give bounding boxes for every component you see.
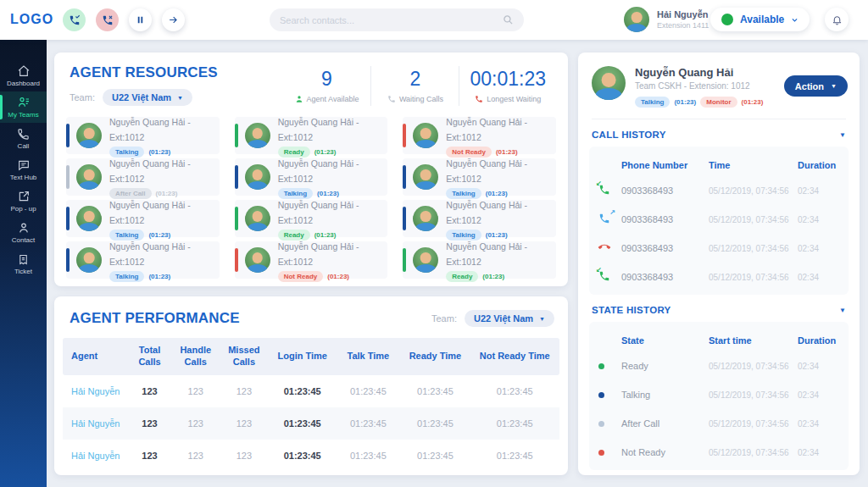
avatar <box>413 123 438 148</box>
phone-number: 0903368493 <box>621 243 709 253</box>
agent-link[interactable]: Hải Nguyễn <box>63 386 127 396</box>
answer-call-button[interactable] <box>63 8 86 31</box>
person-icon <box>17 221 31 235</box>
phone-number: 0903368493 <box>621 185 709 196</box>
bell-icon <box>832 14 843 25</box>
sidebar-item-popup[interactable]: Pop - up <box>0 185 47 217</box>
chat-icon <box>17 158 31 172</box>
sidebar-item-ticket[interactable]: Ticket <box>0 248 47 279</box>
pause-button[interactable] <box>129 8 152 31</box>
state-history-table: State Start time Duration Ready 05/12/20… <box>589 322 849 470</box>
agent-card[interactable]: Nguyễn Quang Hải - Ext:1012 Ready (01:23… <box>403 241 556 279</box>
resource-stats: 9 Agent Available 2 Waiting Calls 00:01:… <box>282 66 556 106</box>
status-time: (01:23) <box>482 273 504 280</box>
agent-card[interactable]: Nguyễn Quang Hải - Ext:1012 Talking (01:… <box>403 158 556 196</box>
agent-card[interactable]: Nguyễn Quang Hải - Ext:1012 Talking (01:… <box>66 117 220 154</box>
state-history-row: Talking 05/12/2019, 07:34:56 02:34 <box>596 380 842 409</box>
collapse-state-history-icon[interactable]: ▼ <box>839 307 846 314</box>
caret-down-icon: ▼ <box>177 95 183 101</box>
agent-name: Nguyễn Quang Hải - Ext:1012 <box>278 158 359 184</box>
status-dropdown[interactable]: Available <box>710 8 810 31</box>
call-history-table: Phone Number Time Duration ↙ ↗ <box>589 147 849 295</box>
status-time: (01:23) <box>327 273 349 280</box>
agent-performance-title: AGENT PERFORMANCE <box>70 310 240 327</box>
phone-number: 0903368493 <box>621 214 709 224</box>
agent-card[interactable]: Nguyễn Quang Hải - Ext:1012 Ready (01:23… <box>235 200 388 237</box>
team-label: Team: <box>70 92 95 102</box>
agent-card[interactable]: Nguyễn Quang Hải - Ext:1012 Not Ready (0… <box>403 117 556 154</box>
agent-detail-panel: Nguyễn Quang Hải Team CSKH - Extension: … <box>578 53 860 475</box>
state-history-header: State Start time Duration <box>596 329 842 351</box>
search-icon <box>503 14 514 25</box>
decline-call-button[interactable] <box>96 8 119 31</box>
state-history-row: Ready 05/12/2019, 07:34:56 02:34 <box>596 351 842 380</box>
arrow-right-icon <box>168 14 179 25</box>
agent-name: Nguyễn Quang Hải - Ext:1012 <box>446 117 527 142</box>
avatar <box>413 164 438 190</box>
agent-card[interactable]: Nguyễn Quang Hải - Ext:1012 Not Ready (0… <box>235 241 388 279</box>
call-time: 05/12/2019, 07:34:56 <box>709 273 798 282</box>
agent-card[interactable]: Nguyễn Quang Hải - Ext:1012 Talking (01:… <box>235 158 388 196</box>
table-row: Hải Nguyễn 123 123 123 01:23:45 01:23:45… <box>63 375 559 407</box>
sidebar-item-dashboard[interactable]: Dashboard <box>0 60 47 91</box>
avatar <box>245 164 270 190</box>
call-type-icon: ↙ ↗ <box>598 213 613 227</box>
phone-icon <box>17 128 30 141</box>
agent-name: Nguyễn Quang Hải - Ext:1012 <box>446 241 527 267</box>
search-bar <box>270 8 524 31</box>
agent-card[interactable]: Nguyễn Quang Hải - Ext:1012 Talking (01:… <box>66 200 220 237</box>
agent-card[interactable]: Nguyễn Quang Hải - Ext:1012 Talking (01:… <box>403 200 556 237</box>
transfer-button[interactable] <box>162 8 185 31</box>
team-select[interactable]: U22 Việt Nam ▼ <box>465 310 554 327</box>
avatar <box>76 123 102 148</box>
agent-name: Nguyễn Quang Hải - Ext:1012 <box>446 200 527 225</box>
agent-card[interactable]: Nguyễn Quang Hải - Ext:1012 Ready (01:23… <box>235 117 388 154</box>
performance-table: Agent Total Calls Handle Calls Missed Ca… <box>63 338 559 472</box>
sidebar-item-my-teams[interactable]: My Teams <box>0 91 47 123</box>
pause-icon <box>136 15 145 25</box>
phone-number: 0903368493 <box>621 272 709 282</box>
sidebar-item-contact[interactable]: Contact <box>0 217 47 248</box>
state-start-time: 05/12/2019, 07:34:56 <box>709 362 798 371</box>
stat-longest-waiting: 00:01:23 Longest Waiting <box>459 66 556 106</box>
caret-down-icon: ▼ <box>831 83 837 89</box>
avatar <box>76 164 102 190</box>
agent-name: Nguyễn Quang Hải - Ext:1012 <box>278 117 359 142</box>
sidebar-item-text-hub[interactable]: Text Hub <box>0 154 47 185</box>
user-profile[interactable]: Hải Nguyễn Extension 1411 <box>624 7 709 32</box>
notifications-button[interactable] <box>825 8 849 31</box>
team-select[interactable]: U22 Việt Nam ▼ <box>103 89 192 106</box>
performance-rows: Hải Nguyễn 123 123 123 01:23:45 01:23:45… <box>63 375 559 472</box>
status-badge: Not Ready <box>278 271 324 282</box>
waiting-calls-icon <box>387 95 396 103</box>
caret-down-icon: ▼ <box>539 316 545 322</box>
state-duration: 02:34 <box>798 419 842 429</box>
state-duration: 02:34 <box>798 390 842 400</box>
collapse-call-history-icon[interactable]: ▼ <box>839 131 846 139</box>
state-dot-icon <box>598 450 604 456</box>
state-name: Ready <box>621 361 709 371</box>
search-input[interactable] <box>280 15 503 25</box>
call-history-header: Phone Number Time Duration <box>596 153 842 176</box>
avatar <box>76 247 102 273</box>
state-history-row: Not Ready 05/12/2019, 07:34:56 02:34 <box>596 438 842 467</box>
team-label: Team: <box>431 313 457 324</box>
status-label: Available <box>740 14 784 25</box>
app: LOGO <box>0 0 868 487</box>
action-dropdown-button[interactable]: Action ▼ <box>784 75 848 97</box>
state-duration: 02:34 <box>798 448 842 457</box>
call-duration: 02:34 <box>798 244 842 253</box>
state-dot-icon <box>598 392 604 398</box>
sidebar-item-call[interactable]: Call <box>0 123 47 154</box>
status-badge: Talking <box>109 271 144 282</box>
call-history-rows: ↙ ↗ 0903368493 05/12/2019, 07:34:56 02:3… <box>596 176 842 291</box>
agent-card[interactable]: Nguyễn Quang Hải - Ext:1012 Talking (01:… <box>66 241 220 279</box>
call-duration: 02:34 <box>798 186 842 196</box>
agent-link[interactable]: Hải Nguyễn <box>63 418 127 429</box>
agent-card[interactable]: Nguyễn Quang Hải - Ext:1012 After Call (… <box>66 158 220 196</box>
call-controls <box>63 8 185 31</box>
table-row: Hải Nguyễn 123 123 123 01:23:45 01:23:45… <box>63 440 559 472</box>
agent-link[interactable]: Hải Nguyễn <box>63 451 127 461</box>
call-history-row: ↙ ↗ 0903368493 05/12/2019, 07:34:56 02:3… <box>596 263 842 291</box>
home-icon <box>17 64 31 78</box>
